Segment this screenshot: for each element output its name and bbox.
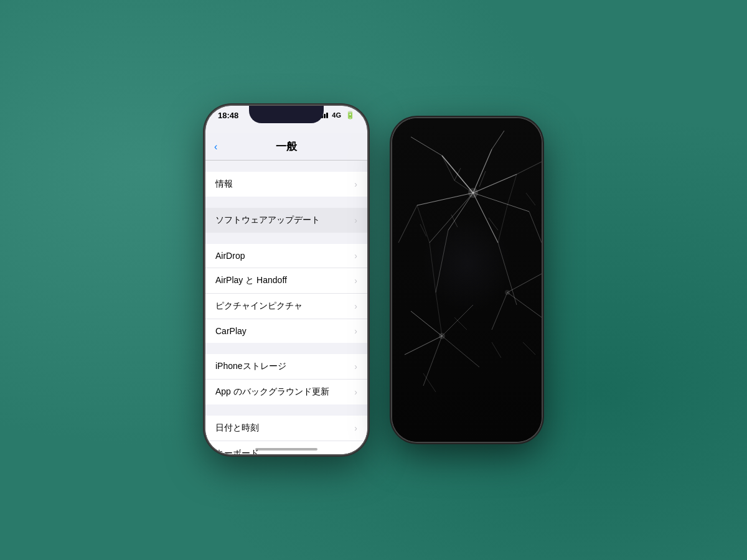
crack-ext-1 <box>411 137 442 156</box>
bar3 <box>324 114 326 118</box>
carplay-label: CarPlay <box>215 326 247 336</box>
gap-2 <box>205 197 367 208</box>
connectivity-section: AirDrop › AirPlay と Handoff › ピクチャインピクチャ… <box>205 244 367 343</box>
crack-l3 <box>423 336 442 386</box>
crack-l4 <box>442 336 479 367</box>
status-icons: 4G 🔋 <box>319 111 355 119</box>
nav-back-button[interactable]: ‹ <box>214 141 218 152</box>
frag-7 <box>454 317 467 330</box>
airplay-chevron-icon: › <box>354 276 357 286</box>
frag-2 <box>479 171 486 187</box>
battery-icon: 🔋 <box>345 111 355 119</box>
crack-8 <box>430 193 473 243</box>
frag-10 <box>523 342 535 355</box>
iphone-storage-label: iPhoneストレージ <box>215 361 286 372</box>
keyboard-label: キーボード <box>215 448 259 454</box>
airplay-item[interactable]: AirPlay と Handoff › <box>205 268 367 294</box>
pip-item[interactable]: ピクチャインピクチャ › <box>205 294 367 319</box>
crack-ext-7 <box>398 205 417 243</box>
pip-label: ピクチャインピクチャ <box>215 301 303 312</box>
airdrop-label: AirDrop <box>215 251 245 261</box>
pip-chevron-icon: › <box>354 301 357 311</box>
notch <box>249 106 324 123</box>
background-refresh-item[interactable]: App のバックグラウンド更新 › <box>205 380 367 404</box>
frag-8 <box>492 342 501 358</box>
datetime-chevron-icon: › <box>354 423 357 433</box>
home-indicator <box>255 448 317 450</box>
date-time-item[interactable]: 日付と時刻 › <box>205 416 367 441</box>
software-update-label: ソフトウェアアップデート <box>215 215 320 226</box>
network-type: 4G <box>332 111 341 119</box>
frag-5 <box>526 193 535 205</box>
crack-r1 <box>507 274 542 292</box>
crack-r2 <box>507 292 542 317</box>
airdrop-chevron-icon: › <box>354 251 357 261</box>
status-time: 18:48 <box>218 111 238 120</box>
airdrop-item[interactable]: AirDrop › <box>205 244 367 268</box>
software-update-item[interactable]: ソフトウェアアップデート › <box>205 208 367 233</box>
iphone-storage-item[interactable]: iPhoneストレージ › <box>205 354 367 380</box>
gap-4 <box>205 343 367 354</box>
broken-notch <box>433 118 501 134</box>
crack-l1 <box>411 311 442 336</box>
storage-section: iPhoneストレージ › App のバックグラウンド更新 › <box>205 354 367 404</box>
nav-bar: ‹ 一般 <box>205 133 367 161</box>
date-time-label: 日付と時刻 <box>215 422 259 434</box>
software-section: ソフトウェアアップデート › <box>205 208 367 233</box>
crack-6 <box>448 193 473 230</box>
frag-4 <box>451 215 458 227</box>
nav-title: 一般 <box>276 139 297 154</box>
gap-1 <box>205 161 367 172</box>
keyboard-chevron-icon: › <box>354 449 357 454</box>
broken-iphone <box>392 118 542 442</box>
gap-3 <box>205 233 367 244</box>
chevron-back-icon: ‹ <box>214 141 217 152</box>
working-iphone: 18:48 4G 🔋 ‹ <box>205 106 367 454</box>
info-label: 情報 <box>215 179 233 190</box>
info-item[interactable]: 情報 › <box>205 172 367 197</box>
crack-ext-3 <box>517 162 542 174</box>
crack-l2 <box>405 336 442 355</box>
airplay-label: AirPlay と Handoff <box>215 275 287 286</box>
frag-9 <box>423 373 436 392</box>
refresh-chevron-icon: › <box>354 387 357 397</box>
crack-ext-4 <box>529 212 542 243</box>
info-chevron-icon: › <box>354 179 357 189</box>
crack-ext-6 <box>436 230 448 292</box>
carplay-item[interactable]: CarPlay › <box>205 319 367 343</box>
carplay-chevron-icon: › <box>354 326 357 336</box>
crack-r3 <box>492 292 507 330</box>
web-2 <box>498 174 517 243</box>
frag-3 <box>489 218 498 230</box>
broken-screen <box>392 118 542 442</box>
crack-overlay <box>392 118 542 442</box>
info-section: 情報 › <box>205 172 367 197</box>
phone-container: 18:48 4G 🔋 ‹ <box>205 106 542 454</box>
bar4 <box>326 113 328 118</box>
crack-7 <box>417 193 473 205</box>
settings-content: 情報 › ソフトウェアアップデート › AirDrop <box>205 161 367 454</box>
background-refresh-label: App のバックグラウンド更新 <box>215 386 329 398</box>
working-screen: 18:48 4G 🔋 ‹ <box>205 106 367 454</box>
crack-4 <box>473 193 529 212</box>
software-chevron-icon: › <box>354 215 357 225</box>
frag-1 <box>454 168 461 180</box>
storage-chevron-icon: › <box>354 362 357 371</box>
gap-5 <box>205 404 367 416</box>
crack-ext-5 <box>498 243 517 305</box>
crack-5 <box>473 193 498 243</box>
